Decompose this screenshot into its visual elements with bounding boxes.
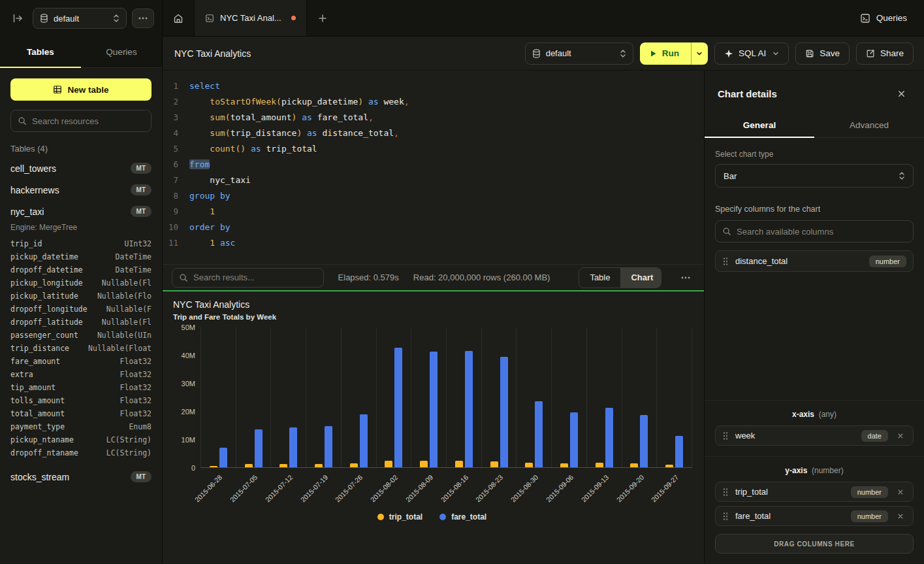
- column-row[interactable]: passenger_countNullable(UIn: [0, 329, 162, 342]
- column-row[interactable]: dropoff_longitudeNullable(F: [0, 303, 162, 316]
- share-button[interactable]: Share: [856, 42, 914, 65]
- column-row[interactable]: fare_amountFloat32: [0, 355, 162, 368]
- column-row[interactable]: extraFloat32: [0, 368, 162, 381]
- y-axis-chip-fare-total[interactable]: fare_total number: [715, 506, 914, 526]
- column-row[interactable]: pickup_latitudeNullable(Flo: [0, 290, 162, 303]
- x-axis-chip-week[interactable]: week date: [715, 425, 914, 446]
- bar-trip_total[interactable]: [315, 464, 323, 467]
- bar-fare_total[interactable]: [605, 408, 613, 467]
- bar-fare_total[interactable]: [430, 352, 438, 467]
- bar-trip_total[interactable]: [630, 463, 638, 467]
- column-row[interactable]: dropoff_latitudeNullable(Fl: [0, 316, 162, 329]
- remove-week-button[interactable]: [895, 430, 906, 442]
- new-table-button[interactable]: New table: [10, 78, 151, 101]
- legend-item-trip_total[interactable]: trip_total: [377, 512, 422, 522]
- bar-trip_total[interactable]: [350, 463, 358, 467]
- sidebar-search-input[interactable]: [32, 116, 144, 126]
- table-view-button[interactable]: Table: [579, 268, 620, 288]
- bar-fare_total[interactable]: [535, 401, 543, 467]
- bar-trip_total[interactable]: [279, 464, 287, 467]
- bar-trip_total[interactable]: [210, 466, 217, 467]
- run-label: Run: [662, 48, 679, 58]
- remove-fare-total-button[interactable]: [895, 510, 906, 522]
- column-row[interactable]: total_amountFloat32: [0, 407, 162, 420]
- bar-fare_total[interactable]: [289, 427, 297, 467]
- chart-details-panel: Chart details General Advanced Select ch…: [704, 71, 924, 564]
- available-column-distance-total[interactable]: distance_total number: [715, 250, 914, 272]
- column-row[interactable]: pickup_datetimeDateTime: [0, 250, 162, 263]
- run-options-button[interactable]: [691, 42, 708, 65]
- drag-handle-icon[interactable]: [722, 488, 729, 497]
- columns-search-input[interactable]: [737, 227, 906, 237]
- sidebar-search[interactable]: [10, 110, 151, 132]
- column-row[interactable]: dropoff_ntanameLC(String): [0, 446, 162, 459]
- column-row[interactable]: dropoff_datetimeDateTime: [0, 263, 162, 276]
- query-tab[interactable]: NYC Taxi Anal...: [194, 0, 307, 36]
- y-axis-chip-trip-total[interactable]: trip_total number: [715, 482, 914, 502]
- legend-item-fare_total[interactable]: fare_total: [439, 512, 486, 522]
- bar-trip_total[interactable]: [490, 461, 498, 467]
- run-button[interactable]: Run: [640, 42, 691, 65]
- column-row[interactable]: pickup_longitudeNullable(Fl: [0, 276, 162, 290]
- close-panel-button[interactable]: [891, 84, 911, 103]
- chart-view-button[interactable]: Chart: [620, 268, 661, 288]
- new-tab-button[interactable]: [307, 0, 338, 36]
- column-row[interactable]: tolls_amountFloat32: [0, 394, 162, 407]
- bar-fare_total[interactable]: [640, 415, 648, 467]
- remove-trip-total-button[interactable]: [895, 486, 906, 498]
- bar-trip_total[interactable]: [455, 461, 463, 467]
- bar-trip_total[interactable]: [525, 463, 533, 467]
- column-type: Float32: [120, 396, 151, 405]
- bar-trip_total[interactable]: [245, 464, 253, 467]
- table-item-stocks-stream[interactable]: stocks_stream MT: [0, 466, 162, 488]
- column-type: DateTime: [116, 252, 151, 261]
- bar-fare_total[interactable]: [500, 357, 508, 467]
- column-row[interactable]: trip_distanceNullable(Float: [0, 342, 162, 355]
- column-row[interactable]: trip_idUInt32: [0, 237, 162, 250]
- column-row[interactable]: tip_amountFloat32: [0, 381, 162, 394]
- bar-fare_total[interactable]: [394, 348, 402, 467]
- tab-general[interactable]: General: [705, 112, 814, 137]
- table-item-nyc-taxi[interactable]: nyc_taxi MT: [0, 201, 162, 222]
- columns-search[interactable]: [715, 220, 914, 242]
- service-selector[interactable]: default: [33, 8, 127, 29]
- bar-fare_total[interactable]: [325, 426, 332, 467]
- results-more-button[interactable]: [676, 268, 695, 288]
- database-icon: [40, 14, 48, 23]
- drag-handle-icon[interactable]: [722, 512, 729, 521]
- tab-tables[interactable]: Tables: [0, 37, 81, 67]
- table-item-hackernews[interactable]: hackernews MT: [0, 179, 162, 201]
- table-item-cell-towers[interactable]: cell_towers MT: [0, 158, 162, 179]
- bar-trip_total[interactable]: [420, 461, 428, 467]
- tab-queries[interactable]: Queries: [81, 37, 162, 67]
- bar-fare_total[interactable]: [360, 414, 368, 467]
- bar-trip_total[interactable]: [385, 461, 392, 467]
- sql-editor[interactable]: 1select2 toStartOfWeek(pickup_datetime) …: [163, 71, 704, 264]
- save-button[interactable]: Save: [795, 42, 850, 65]
- drag-handle-icon[interactable]: [722, 257, 729, 266]
- bar-fare_total[interactable]: [255, 429, 263, 467]
- column-row[interactable]: pickup_ntanameLC(String): [0, 433, 162, 446]
- tab-advanced[interactable]: Advanced: [814, 112, 924, 137]
- bar-fare_total[interactable]: [675, 436, 683, 467]
- drop-zone[interactable]: DRAG COLUMNS HERE: [715, 534, 914, 554]
- sql-ai-button[interactable]: SQL AI: [714, 42, 789, 65]
- chart-type-select[interactable]: Bar: [715, 164, 914, 188]
- sidebar-more-button[interactable]: [132, 8, 154, 28]
- results-search[interactable]: [172, 268, 324, 288]
- bar-fare_total[interactable]: [219, 448, 227, 467]
- bar-trip_total[interactable]: [665, 465, 673, 467]
- bar-fare_total[interactable]: [465, 351, 473, 467]
- column-row[interactable]: payment_typeEnum8: [0, 420, 162, 433]
- queries-link[interactable]: Queries: [843, 0, 924, 36]
- panel-tabs: General Advanced: [705, 112, 924, 138]
- bar-fare_total[interactable]: [570, 412, 578, 467]
- drag-handle-icon[interactable]: [722, 431, 729, 440]
- bar-trip_total[interactable]: [560, 463, 568, 467]
- collapse-sidebar-button[interactable]: [8, 8, 27, 28]
- results-search-input[interactable]: [193, 273, 317, 282]
- database-selector[interactable]: default: [525, 42, 633, 65]
- bar-trip_total[interactable]: [596, 463, 603, 467]
- column-type-badge: number: [851, 486, 888, 498]
- home-button[interactable]: [163, 0, 194, 36]
